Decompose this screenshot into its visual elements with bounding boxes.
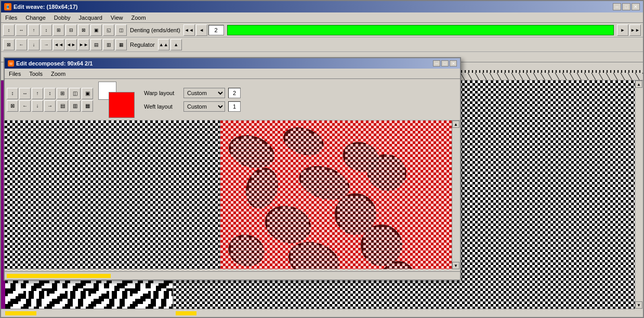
denting-label: Denting (ends/dent)	[130, 27, 180, 33]
right-v-scrollbar: ▲ ▼	[635, 81, 643, 309]
sub-tb-lr-btn[interactable]: ↔	[19, 88, 31, 99]
sub-h-scrollbar[interactable]	[5, 271, 460, 280]
sub-tb-ud-btn[interactable]: ↕	[44, 88, 56, 99]
minimize-button[interactable]: ─	[613, 3, 621, 10]
sub-tb-right-btn[interactable]: →	[44, 100, 56, 112]
tb-grid4-btn[interactable]: ▣	[90, 24, 102, 36]
app-icon: 🧵	[4, 3, 11, 10]
tb2-dbl-left-btn[interactable]: ◄◄	[53, 39, 64, 50]
sub-right-canvas[interactable]	[220, 121, 452, 269]
sub-close-btn[interactable]: ✕	[450, 60, 457, 67]
tb2-hatch2-btn[interactable]: ▥	[103, 39, 114, 50]
sub-tb-x-btn[interactable]: ⊠	[7, 100, 18, 112]
menu-dobby[interactable]: Dobby	[52, 15, 73, 21]
sub-toolbar: ↕ ↔ ↑ ↕ ⊞ ◫ ▣ ⊠ ← ↓ → ▤ ▥	[5, 79, 460, 121]
tb-updown-btn[interactable]: ↕	[41, 24, 52, 36]
right-h-scrollbar[interactable]	[174, 309, 635, 317]
sub-tb-swap-btn[interactable]: ↕	[7, 88, 18, 99]
sub-maximize-btn[interactable]: □	[441, 60, 449, 67]
scroll-down-btn[interactable]: ▼	[635, 301, 642, 309]
sub-tb-up-btn[interactable]: ↑	[32, 88, 43, 99]
tb-swap-btn[interactable]: ↕	[3, 24, 15, 36]
sub-scroll-thumb[interactable]	[7, 274, 111, 278]
toolbar-row-1: ↕ ↔ ↑ ↕ ⊞ ⊟ ⊠ ▣ ◱ ◫ Denting (ends/dent) …	[1, 23, 643, 37]
main-title-bar: 🧵 Edit weave: (180x64;17) ─ □ ✕	[1, 1, 643, 12]
right-scroll-thumb[interactable]	[176, 311, 196, 315]
sub-tb-g3-btn[interactable]: ▣	[82, 88, 93, 99]
warp-layout-label: Warp layout	[144, 90, 180, 96]
sub-menu-bar: Files Tools Zoom	[5, 69, 460, 79]
menu-change[interactable]: Change	[23, 15, 48, 21]
sub-window: W Edit decomposed: 90x64 2/1 ─ □ ✕ Files…	[4, 57, 461, 281]
tb-up-btn[interactable]: ↑	[28, 24, 40, 36]
sub-tb-h1-btn[interactable]: ▤	[57, 100, 68, 112]
left-scroll-thumb[interactable]	[5, 311, 36, 315]
tb2-dbl-up-btn[interactable]: ▲▲	[158, 39, 169, 50]
main-window-title: Edit weave: (180x64;17)	[14, 4, 78, 10]
main-window-controls: ─ □ ✕	[613, 3, 640, 10]
sub-v-scrollbar: ▲ ▼	[452, 121, 460, 269]
weft-layout-row: Weft layout Custom	[144, 101, 241, 112]
weft-layout-input[interactable]	[228, 101, 241, 112]
tb-diag2-btn[interactable]: ◫	[115, 24, 127, 36]
color-preview	[98, 82, 135, 118]
left-h-scrollbar[interactable]	[1, 309, 174, 317]
tb-grid2-btn[interactable]: ⊟	[65, 24, 77, 36]
warp-layout-row: Warp layout Custom	[144, 88, 241, 98]
toolbar-row-2: ⊠ ← ↓ → ◄◄ ◄► ►► ▤ ▥ ▦ Regulator ▲▲ ▲	[1, 37, 643, 52]
sub-app-icon: W	[8, 60, 14, 67]
sub-right-weave: ▲ ▼	[220, 121, 460, 269]
menu-view[interactable]: View	[109, 15, 125, 21]
tb2-lr-btn[interactable]: ◄►	[65, 39, 77, 50]
menu-files[interactable]: Files	[3, 15, 19, 21]
tb-right-btn[interactable]: ►	[617, 24, 628, 36]
tb2-up-btn[interactable]: ▲	[170, 39, 182, 50]
weft-layout-select[interactable]: Custom	[183, 101, 225, 112]
tb2-hatch1-btn[interactable]: ▤	[90, 39, 102, 50]
warp-layout-select[interactable]: Custom	[183, 88, 225, 98]
sub-tb-diag-btn[interactable]: ▦	[82, 100, 93, 112]
sub-tools-col1: ↕ ↔ ↑ ↕ ⊞ ◫ ▣ ⊠ ← ↓ → ▤ ▥	[7, 88, 93, 112]
tb-dbl-left-btn[interactable]: ◄◄	[183, 24, 195, 36]
tb2-diag-btn[interactable]: ▦	[115, 39, 127, 50]
sub-scroll-down-btn[interactable]: ▼	[452, 262, 459, 269]
tb-dbl-right-btn[interactable]: ►►	[629, 24, 641, 36]
main-menu-bar: Files Change Dobby Jacquard View Zoom	[1, 12, 643, 23]
weft-layout-label: Weft layout	[144, 103, 180, 110]
sub-scroll-up-btn[interactable]: ▲	[452, 121, 459, 128]
sub-left-weave	[5, 121, 220, 269]
tb-grid3-btn[interactable]: ⊠	[78, 24, 89, 36]
tb2-dbl-right-btn[interactable]: ►►	[78, 39, 89, 50]
tb-left-btn[interactable]: ◄	[196, 24, 207, 36]
close-button[interactable]: ✕	[632, 3, 640, 10]
tb-swap-h-btn[interactable]: ↔	[16, 24, 27, 36]
sub-menu-zoom[interactable]: Zoom	[49, 71, 68, 77]
tb-grid1-btn[interactable]: ⊞	[53, 24, 64, 36]
sub-tb-g1-btn[interactable]: ⊞	[57, 88, 68, 99]
sub-minimize-btn[interactable]: ─	[433, 60, 440, 67]
regulator-label: Regulator	[130, 42, 155, 48]
main-window: 🧵 Edit weave: (180x64;17) ─ □ ✕ Files Ch…	[0, 0, 644, 318]
denting-input[interactable]	[208, 25, 224, 35]
tb2-cross-btn[interactable]: ⊠	[3, 39, 15, 50]
sub-tb-g2-btn[interactable]: ◫	[69, 88, 81, 99]
sub-menu-tools[interactable]: Tools	[27, 71, 45, 77]
sub-tb-h2-btn[interactable]: ▥	[69, 100, 81, 112]
layout-controls: Warp layout Custom Weft layout Custom	[144, 88, 241, 112]
sub-tb-left-btn[interactable]: ←	[19, 100, 31, 112]
tb-diag1-btn[interactable]: ◱	[103, 24, 114, 36]
sub-tb-down-btn[interactable]: ↓	[32, 100, 43, 112]
warp-layout-input[interactable]	[228, 88, 241, 98]
sub-window-title: Edit decomposed: 90x64 2/1	[16, 60, 93, 67]
tb2-left-btn[interactable]: ←	[16, 39, 27, 50]
sub-menu-files[interactable]: Files	[7, 71, 23, 77]
menu-jacquard[interactable]: Jacquard	[77, 15, 104, 21]
color-red[interactable]	[109, 92, 135, 118]
scroll-up-btn[interactable]: ▲	[635, 81, 642, 88]
menu-zoom[interactable]: Zoom	[129, 15, 148, 21]
tb2-right-btn[interactable]: →	[41, 39, 52, 50]
sub-left-canvas[interactable]	[5, 121, 220, 269]
maximize-button[interactable]: □	[622, 3, 630, 10]
sub-title-bar: W Edit decomposed: 90x64 2/1 ─ □ ✕	[5, 58, 460, 69]
tb2-down-btn[interactable]: ↓	[28, 39, 40, 50]
